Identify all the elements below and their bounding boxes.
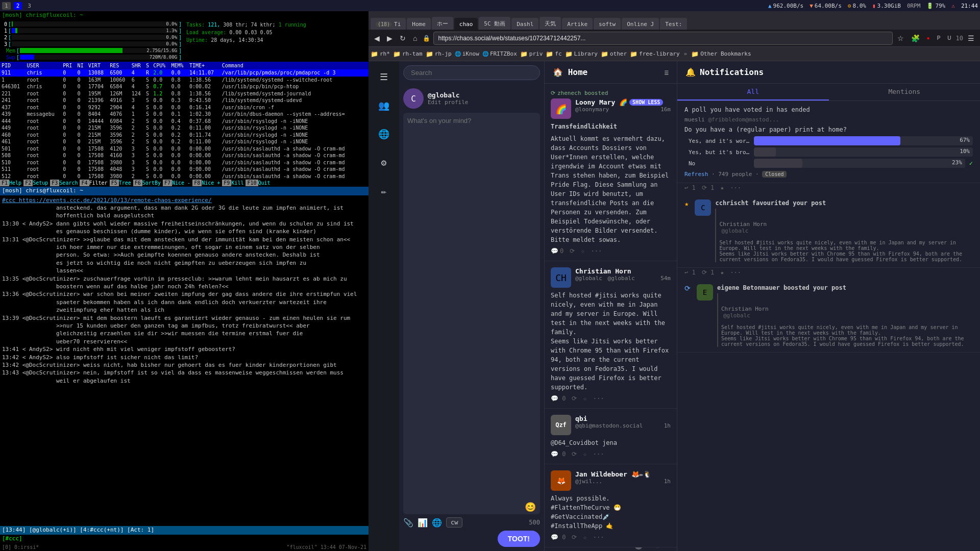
table-row[interactable]: 911chris001308865004R2.00.014:11.07/var/… <box>0 69 369 77</box>
bookmark-star-button[interactable]: ☆ <box>895 33 906 44</box>
fn3[interactable]: F3Search <box>50 180 80 187</box>
fn5[interactable]: F5Tree <box>110 180 133 187</box>
fav-reply-button[interactable]: ↩ 1 <box>684 269 696 276</box>
table-row[interactable]: 1root00163M100606S0.00.81:38.56/lib/syst… <box>0 77 369 84</box>
more-button-4[interactable]: ··· <box>593 534 604 541</box>
table-row[interactable]: 461root00215M35962S0.00.20:11.00/usr/sbi… <box>0 138 369 145</box>
fn7[interactable]: F7Nice - <box>163 180 192 187</box>
table-row[interactable]: 512root001750839802S0.00.00:00.00/usr/sb… <box>0 173 369 180</box>
ff-tab-artike[interactable]: Artike <box>562 18 593 30</box>
ccc-link[interactable]: #ccc https://events.ccc.de/2021/10/13/re… <box>2 197 212 204</box>
refresh-link[interactable]: Refresh <box>684 171 708 178</box>
sidenav-people-icon[interactable]: 👥 <box>374 95 394 115</box>
table-row[interactable]: 241root002139649163S0.00.30:43.50/lib/sy… <box>0 97 369 104</box>
addon-button-1[interactable]: ● <box>924 34 933 42</box>
attach-icon[interactable]: 📎 <box>403 518 413 528</box>
table-row[interactable]: 449root00215M35962S0.00.20:11.00/usr/sbi… <box>0 124 369 132</box>
url-bar[interactable] <box>433 32 892 45</box>
sidenav-compose-icon[interactable]: ✏ <box>374 181 394 201</box>
edit-profile-link[interactable]: Edit profile <box>428 99 468 106</box>
home-button[interactable]: ⌂ <box>410 33 420 44</box>
table-row[interactable]: 444root001444469842S0.00.40:37.68/usr/sb… <box>0 118 369 125</box>
fav-more-button[interactable]: ··· <box>730 269 741 276</box>
poll-icon[interactable]: 📊 <box>418 518 428 528</box>
boost-button-3[interactable]: ⟳ <box>572 450 577 458</box>
search-input[interactable] <box>403 65 540 80</box>
more-button-3[interactable]: ··· <box>593 450 604 458</box>
table-row[interactable]: 510root001750839803S0.00.00:00.00/usr/sb… <box>0 159 369 166</box>
poll-fav-button[interactable]: ★ <box>720 184 724 191</box>
col-cpu[interactable]: CPU% <box>152 62 169 70</box>
fn4[interactable]: F4Filter <box>80 180 109 187</box>
toot-button[interactable]: TOOT! <box>498 531 540 547</box>
show-less-badge[interactable]: SHOW LESS <box>629 99 663 106</box>
boost-button-4[interactable]: ⟳ <box>572 534 577 541</box>
reply-button-3[interactable]: 💬 0 <box>551 450 566 458</box>
more-button-2[interactable]: ··· <box>593 395 604 402</box>
sidenav-globe-icon[interactable]: 🌐 <box>374 123 394 144</box>
fav-boost-button[interactable]: ⟳ 1 <box>702 269 714 276</box>
col-virt[interactable]: VIRT <box>87 62 108 70</box>
workspace-2[interactable]: 2 <box>14 2 22 10</box>
fav-button-1[interactable]: ☆ <box>581 247 584 255</box>
bookmark-rh-jp[interactable]: 📁rh-jp <box>426 51 452 58</box>
col-pri[interactable]: PRI <box>61 62 76 70</box>
bookmark-rh-star[interactable]: 📁rh* <box>371 51 390 58</box>
ff-tab-tenki[interactable]: 天気 <box>540 17 561 30</box>
reload-button[interactable]: ↻ <box>397 33 408 44</box>
bookmark-iknow[interactable]: 🌐iKnow <box>455 51 479 57</box>
workspace-3[interactable]: 3 <box>25 2 34 10</box>
fav-button-4[interactable]: ☆ <box>583 534 586 541</box>
col-res[interactable]: RES <box>108 62 130 70</box>
col-cmd[interactable]: Command <box>220 62 369 70</box>
poll-more-button[interactable]: ··· <box>730 184 741 191</box>
tab-all[interactable]: All <box>677 84 829 101</box>
ff-tab-ho[interactable]: ホー <box>432 17 453 30</box>
bookmark-fc[interactable]: 📁fc <box>546 51 561 58</box>
fav-button-2[interactable]: ☆ <box>583 395 586 402</box>
boost-button-2[interactable]: ⟳ <box>572 395 577 402</box>
table-row[interactable]: 221root00195M126M124S1.20.81:38.56/lib/s… <box>0 90 369 97</box>
sidenav-settings-icon[interactable]: ⚙ <box>374 152 394 172</box>
content-warning-button[interactable]: cw <box>446 517 462 528</box>
workspace-1[interactable]: 1 <box>2 2 11 10</box>
globe-icon[interactable]: 🌐 <box>432 518 442 528</box>
reply-button-1[interactable]: 💬 0 <box>551 247 564 255</box>
bookmark-other[interactable]: 📁other <box>601 51 627 58</box>
table-row[interactable]: 511root001750840483S0.00.00:00.00/usr/sb… <box>0 166 369 173</box>
forward-button[interactable]: ▶ <box>384 33 395 44</box>
poll-boost-button[interactable]: ⟳ 1 <box>702 184 714 191</box>
fn8[interactable]: F8Nice + <box>192 180 222 187</box>
feed-filter-icon[interactable]: ≡ <box>665 68 669 77</box>
ff-tab-5c[interactable]: 5C 動画 <box>479 17 510 30</box>
ff-tab-softw[interactable]: softw <box>594 18 621 30</box>
table-row[interactable]: 501root001750841203S0.00.00:00.00/usr/sb… <box>0 145 369 153</box>
col-mem[interactable]: MEM% <box>170 62 188 70</box>
table-row[interactable]: 439messagebu00840440761S0.00.11:02.30/us… <box>0 111 369 118</box>
bookmark-library[interactable]: 📁Library <box>565 51 598 58</box>
extensions-button[interactable]: 🧩 <box>909 33 922 44</box>
col-user[interactable]: USER <box>26 62 62 70</box>
emoji-picker-button[interactable]: 😊 <box>521 499 540 514</box>
fn2[interactable]: F2Setup <box>23 180 50 187</box>
table-row[interactable]: 508root001750841603S0.00.00:00.00/usr/sb… <box>0 152 369 159</box>
ff-tab-home[interactable]: Home <box>407 18 431 30</box>
poll-reply-button[interactable]: ↩ 1 <box>684 184 696 191</box>
bookmark-free-library[interactable]: 📁free-library <box>630 51 679 58</box>
bookmark-priv[interactable]: 📁priv <box>520 51 543 58</box>
reply-button-4[interactable]: 💬 0 <box>551 534 566 541</box>
ff-tab-18ti[interactable]: (18)Ti <box>371 18 406 30</box>
addon-button-3[interactable]: U <box>945 34 953 42</box>
terminal-content[interactable]: #ccc https://events.ccc.de/2021/10/13/re… <box>0 195 369 526</box>
table-row[interactable]: 460root00215M35962S0.00.20:11.74/usr/sbi… <box>0 132 369 139</box>
col-pid[interactable]: PID <box>0 62 26 70</box>
col-time[interactable]: TIME+ <box>188 62 220 70</box>
ff-tab-onlinej[interactable]: Online J <box>622 18 659 30</box>
fn9[interactable]: F9Kill <box>222 180 246 187</box>
bookmark-fritzbox[interactable]: 🌐FRITZBox <box>482 51 517 57</box>
ff-tab-chao[interactable]: chao <box>454 18 478 30</box>
boost-button-1[interactable]: ⟳ <box>570 247 575 255</box>
addon-button-2[interactable]: P <box>935 34 943 42</box>
ff-tab-dashl[interactable]: Dashl <box>511 18 538 30</box>
fn1[interactable]: F1Help <box>0 180 23 187</box>
